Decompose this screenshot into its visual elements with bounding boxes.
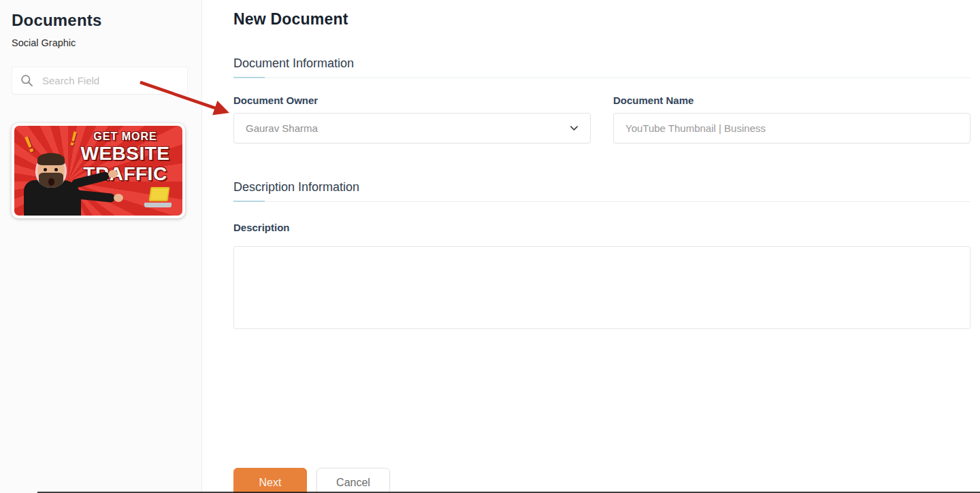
document-thumbnail-card[interactable]: ! ! GET MORE WEBSITE TRAFFIC	[12, 123, 185, 218]
page-title: New Document	[233, 10, 970, 29]
chevron-down-icon	[570, 124, 578, 133]
document-name-label: Document Name	[613, 95, 970, 106]
search-field[interactable]	[12, 67, 188, 95]
laptop-icon	[144, 187, 172, 207]
sidebar-title: Documents	[12, 11, 190, 30]
thumbnail-man-figure	[18, 148, 100, 216]
document-name-input[interactable]	[613, 113, 970, 143]
section-heading-document-information: Document Information	[233, 56, 970, 78]
search-icon	[20, 74, 33, 87]
document-owner-value: Gaurav Sharma	[246, 122, 318, 134]
description-label: Description	[233, 222, 970, 233]
cancel-button[interactable]: Cancel	[316, 468, 390, 493]
thumbnail-image: ! ! GET MORE WEBSITE TRAFFIC	[14, 126, 182, 216]
documents-sidebar: Documents Social Graphic ! ! GET MORE WE…	[0, 0, 202, 493]
sidebar-subtitle: Social Graphic	[12, 37, 190, 48]
document-owner-select[interactable]: Gaurav Sharma	[233, 113, 591, 143]
section-heading-description-information: Description Information	[233, 180, 970, 202]
search-input[interactable]	[42, 75, 179, 86]
thumbnail-text-line1: GET MORE	[74, 131, 177, 142]
new-document-panel: New Document Document Information Docume…	[203, 0, 980, 493]
next-button[interactable]: Next	[233, 468, 307, 493]
description-textarea[interactable]	[233, 246, 970, 329]
document-owner-label: Document Owner	[233, 95, 591, 106]
